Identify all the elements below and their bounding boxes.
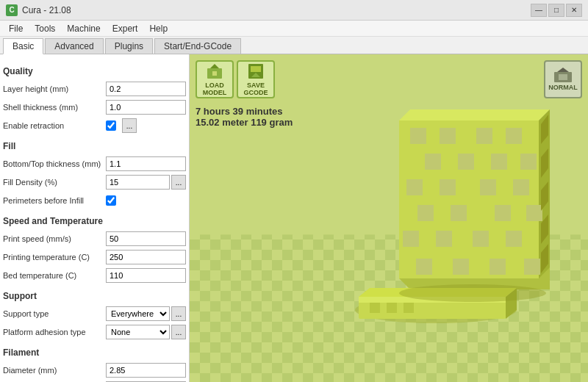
load-model-label: LOAD MODEL [197, 82, 232, 96]
menu-tools[interactable]: Tools [29, 22, 61, 35]
box-shadow [399, 284, 546, 302]
support-type-select[interactable]: None Touching buildplate Everywhere [106, 306, 170, 321]
fill-density-input[interactable] [106, 175, 170, 190]
tab-startend[interactable]: Start/End-GCode [154, 38, 241, 54]
fill-section-header: Fill [3, 140, 186, 153]
tab-advanced[interactable]: Advanced [45, 38, 103, 54]
printing-temperature-label: Printing temperature (C) [3, 253, 106, 262]
layer-height-row: Layer height (mm) [3, 81, 186, 97]
hole-5-3 [473, 231, 489, 247]
layer-height-input[interactable] [106, 82, 186, 96]
shell-thickness-row: Shell thickness (mm) [3, 99, 186, 115]
speed-temp-section-header: Speed and Temperature [3, 215, 186, 228]
close-button[interactable]: ✕ [566, 4, 582, 17]
hole-1-3 [476, 128, 492, 144]
print-speed-input[interactable] [106, 231, 186, 246]
bed-temperature-label: Bed temperature (C) [3, 271, 106, 280]
svg-rect-14 [559, 74, 567, 80]
hole-5-4 [506, 231, 522, 247]
perimeters-before-infill-row: Perimeters before Infill [3, 192, 186, 209]
hole-3-4 [513, 179, 529, 195]
svg-rect-8 [212, 71, 217, 76]
fill-density-extra-button[interactable]: ... [171, 175, 186, 190]
menu-expert[interactable]: Expert [107, 22, 144, 35]
view-toolbar: LOAD MODEL SAVE GCODE [196, 60, 275, 98]
hole-4-2 [451, 205, 467, 221]
diameter-row: Diameter (mm) [3, 362, 186, 378]
window-controls[interactable]: — □ ✕ [531, 4, 582, 17]
hole-4-1 [417, 205, 434, 221]
hole-4-3 [495, 205, 511, 221]
bottom-top-thickness-row: Bottom/Top thickness (mm) [3, 156, 186, 172]
svg-marker-7 [210, 64, 219, 68]
hole-3-1 [406, 179, 423, 195]
perimeters-before-infill-label: Perimeters before Infill [3, 196, 106, 205]
enable-retraction-checkbox[interactable] [106, 120, 116, 131]
shell-thickness-label: Shell thickness (mm) [3, 103, 106, 112]
perimeters-checkbox-wrapper [106, 193, 121, 208]
bottom-top-thickness-label: Bottom/Top thickness (mm) [3, 159, 106, 168]
title-bar: C Cura - 21.08 — □ ✕ [0, 0, 588, 21]
hole-2-4 [520, 154, 537, 170]
menu-file[interactable]: File [3, 22, 29, 35]
printing-temperature-row: Printing temperature (C) [3, 249, 186, 265]
time-estimate: 7 hours 39 minutes [196, 106, 293, 117]
window-title: Cura - 21.08 [22, 5, 71, 15]
menu-help[interactable]: Help [143, 22, 173, 35]
model-front-face [399, 120, 539, 278]
menu-machine[interactable]: Machine [61, 22, 106, 35]
hole-2-2 [458, 154, 474, 170]
normal-view-button[interactable]: NORMAL [544, 60, 582, 98]
maximize-button[interactable]: □ [548, 4, 564, 17]
support-type-select-wrapper: None Touching buildplate Everywhere [106, 306, 170, 321]
hole-3-3 [480, 179, 496, 195]
settings-panel: Quality Layer height (mm) Shell thicknes… [0, 54, 190, 382]
quality-section-header: Quality [3, 65, 186, 78]
save-gcode-label: SAVE GCODE [238, 82, 273, 96]
normal-view-icon [553, 68, 573, 84]
svg-marker-13 [557, 68, 569, 72]
platform-adhesion-select-wrapper: None Brim Raft [106, 325, 170, 339]
lid-detail-1 [370, 303, 380, 313]
printing-temperature-input[interactable] [106, 250, 186, 264]
support-type-extra-button[interactable]: ... [171, 306, 186, 321]
viewport-background [190, 54, 588, 382]
fill-density-label: Fill Density (%) [3, 178, 106, 187]
load-model-icon [206, 62, 223, 80]
fill-density-row: Fill Density (%) ... [3, 174, 186, 190]
hole-5-1 [403, 231, 419, 247]
load-model-button[interactable]: LOAD MODEL [196, 60, 234, 98]
save-gcode-button[interactable]: SAVE GCODE [237, 60, 275, 98]
minimize-button[interactable]: — [531, 4, 547, 17]
shell-thickness-input[interactable] [106, 100, 186, 115]
title-bar-left: C Cura - 21.08 [6, 4, 71, 16]
enable-retraction-checkbox-wrapper [106, 118, 121, 133]
bottom-top-thickness-input[interactable] [106, 156, 186, 171]
hole-6-3 [490, 259, 506, 275]
hole-2-3 [491, 154, 507, 170]
hole-4-4 [526, 205, 542, 221]
perimeters-before-infill-checkbox[interactable] [106, 195, 116, 206]
hole-1-4 [506, 128, 522, 144]
app-icon: C [6, 4, 18, 16]
tab-plugins[interactable]: Plugins [105, 38, 153, 54]
print-speed-row: Print speed (mm/s) [3, 231, 186, 247]
enable-retraction-label: Enable retraction [3, 121, 106, 130]
hole-6-4 [524, 259, 540, 275]
bed-temperature-input[interactable] [106, 268, 186, 283]
hole-3-2 [440, 179, 456, 195]
lid-detail-3 [404, 303, 414, 313]
diameter-input[interactable] [106, 363, 186, 378]
platform-adhesion-row: Platform adhesion type None Brim Raft ..… [3, 324, 186, 340]
bed-temperature-row: Bed temperature (C) [3, 267, 186, 284]
support-section-header: Support [3, 289, 186, 303]
platform-adhesion-select[interactable]: None Brim Raft [106, 325, 170, 339]
diameter-label: Diameter (mm) [3, 366, 106, 375]
hole-1-1 [410, 128, 426, 144]
tab-basic[interactable]: Basic [3, 38, 43, 54]
platform-adhesion-extra-button[interactable]: ... [171, 325, 186, 339]
retraction-extra-button[interactable]: ... [122, 118, 137, 133]
filament-section-header: Filament [3, 346, 186, 359]
menu-bar: File Tools Machine Expert Help [0, 21, 588, 37]
hole-5-2 [436, 231, 452, 247]
